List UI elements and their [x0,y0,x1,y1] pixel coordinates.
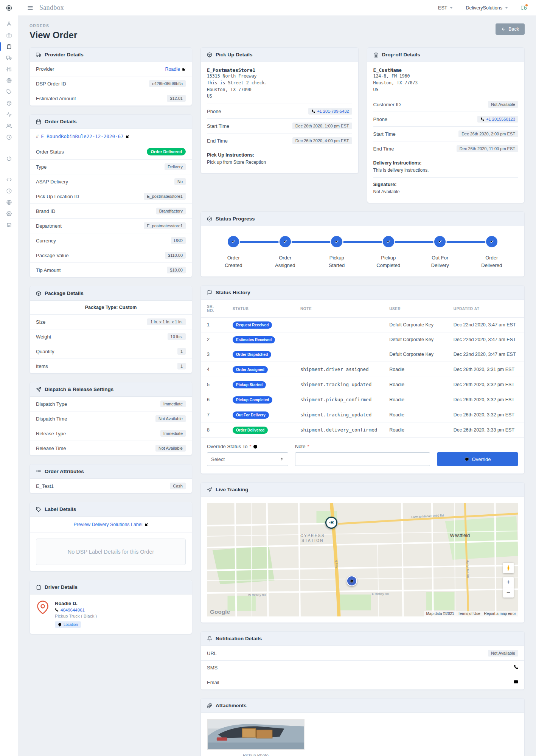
value-chip: Brandfactory [156,208,186,214]
sidebar-item-tags[interactable] [0,86,18,98]
driver-location-chip[interactable]: Location [55,621,81,628]
report-error-link[interactable]: Report a map error [484,612,516,616]
navigation-icon [207,487,212,492]
detail-row: Size1 in. x 1 in. x 1 in. [30,315,192,329]
sidebar-item-orders[interactable] [0,41,18,52]
value-chip: Delivery [165,163,186,170]
org-dropdown[interactable]: DeliverySolutions [466,5,508,11]
detail-row: Start TimeDec 26th 2020, 1:00 pm EST [207,118,352,133]
select-spinner-icon [280,457,284,461]
zoom-out-button[interactable]: − [503,587,514,598]
dropoff-address: E_CustName 124-8, FM 1960 Houston, TX 77… [373,67,519,93]
detail-row: Release TypeImmediate [30,426,192,441]
orders-clipboard-icon [6,44,12,49]
sidebar-item-web[interactable] [0,197,18,208]
email-icon[interactable] [514,680,518,685]
status-history-card: Status History SR. NO. STATUS NOTE USER … [200,285,525,474]
sms-phone-icon[interactable] [514,665,518,671]
value-chip: E_postmatesstore1 [144,222,186,229]
sidebar-item-store[interactable] [0,219,18,231]
sidebar-item-business[interactable] [0,29,18,41]
sidebar-item-target[interactable] [0,75,18,86]
order-id-link[interactable]: E_RoundRobinRule22-12-2020-67 [41,134,129,139]
app-logo[interactable] [0,0,18,16]
detail-row: Pick Up Location IDE_postmatesstore1 [30,189,192,204]
menu-toggle-button[interactable] [27,5,33,11]
sidebar-item-settings-sliders[interactable] [0,64,18,75]
table-row: 6Pickup Completedshipment.pickup_confirm… [201,392,524,407]
override-note-input[interactable] [295,452,430,466]
truck-icon [6,55,12,61]
provider-link[interactable]: Roadie [165,67,186,72]
sidebar-item-delivery[interactable] [0,52,18,64]
attachment-caption: Pickup Photo [207,753,305,756]
sidebar-item-api[interactable] [0,174,18,185]
value-chip: Not Available [488,650,518,657]
store-icon [6,222,12,228]
dispatch-release-card: Dispatch & Release Settings Dispatch Typ… [30,382,192,456]
card-header: Pick Up Details [201,48,358,62]
zoom-in-button[interactable]: + [503,577,514,587]
dropoff-phone-link[interactable]: +1 2015550123 [477,116,518,123]
status-badge: Out For Delivery [233,411,269,419]
sidebar-item-activity[interactable] [0,109,18,120]
brand-title: Sandbox [39,4,64,12]
terms-link[interactable]: Terms of Use [458,612,480,616]
sidebar-item-logs[interactable] [0,185,18,197]
list-icon [36,469,41,474]
sidebar-item-packages[interactable] [0,98,18,109]
delivery-solutions-logo[interactable] [521,5,527,11]
detail-row: DSP Order ID c428fe05fd8lbfla [30,76,192,91]
page-title-block: ORDERS View Order [30,23,77,40]
info-icon[interactable] [253,444,258,449]
sidebar-item-users[interactable] [0,120,18,132]
external-link-icon [144,523,148,526]
status-badge: Pickup Started [233,381,266,388]
pegman-control[interactable] [503,563,514,573]
table-row: 5Pickup Startedshipment.tracking_updated… [201,377,524,392]
detail-row: ASAP DeliveryNo [30,174,192,189]
override-button[interactable]: Override [437,452,518,466]
progress-step: OrderAssigned [259,236,311,269]
override-status-select[interactable]: Select [207,452,288,466]
sidebar-item-power[interactable] [0,153,18,164]
user-icon [6,21,12,26]
arrow-left-icon [501,27,506,31]
attachments-card: Attachments [200,698,525,756]
driver-vehicle: Pickup Truck ( Black ) [55,614,97,618]
sidebar-divider [0,164,18,174]
tracking-map[interactable]: CYPRESS STATION Westfield N Fwy Hardy To… [207,503,518,616]
back-button[interactable]: Back [496,23,525,35]
phone-icon [480,117,484,121]
sidebar-item-user[interactable] [0,18,18,29]
gear-logo-icon [6,5,12,11]
detail-row: Dispatch TimeNot Available [30,411,192,426]
timezone-dropdown[interactable]: EST [438,5,453,11]
home-icon [350,579,354,583]
detail-row: Order StatusOrder Delivered [30,144,192,160]
sidebar-items [0,16,18,231]
detail-row: Package Value$110.00 [30,248,192,263]
sidebar-item-history[interactable] [0,132,18,143]
page-header: ORDERS View Order Back [18,16,536,46]
package-details-card: Package Details Package Type: Custom Siz… [30,286,192,374]
detail-row: Start TimeDec 26th 2020, 2:00 pm EST [373,126,519,141]
driver-phone-link[interactable]: 4049644961 [55,608,97,612]
pickup-phone-link[interactable]: +1 201-789-5432 [308,108,352,115]
detail-row: Email [201,675,524,689]
detail-row: SMS [201,661,524,675]
dropoff-map-marker[interactable] [346,576,357,586]
value-chip: Immediate [160,401,186,407]
value-chip: Dec 26th 2020, 11:00 pm EST [457,145,518,152]
status-badge: Order Dispatched [233,351,271,358]
label-preview-link[interactable]: Preview Delivery Solutions Label [73,522,148,527]
value-chip: Dec 26th 2020, 2:00 pm EST [458,130,518,137]
detail-row: End TimeDec 26th 2020, 11:00 pm EST [373,141,519,156]
value-chip: $10.00 [167,267,186,273]
pickup-photo-thumbnail[interactable] [207,719,305,750]
users-icon [6,123,12,129]
sidebar-item-config[interactable] [0,208,18,219]
detail-row: Estimated Amount $12.01 [30,91,192,106]
power-icon [6,156,12,161]
table-row: 1Request ReceivedDefult Corporate KeyDec… [201,318,524,332]
